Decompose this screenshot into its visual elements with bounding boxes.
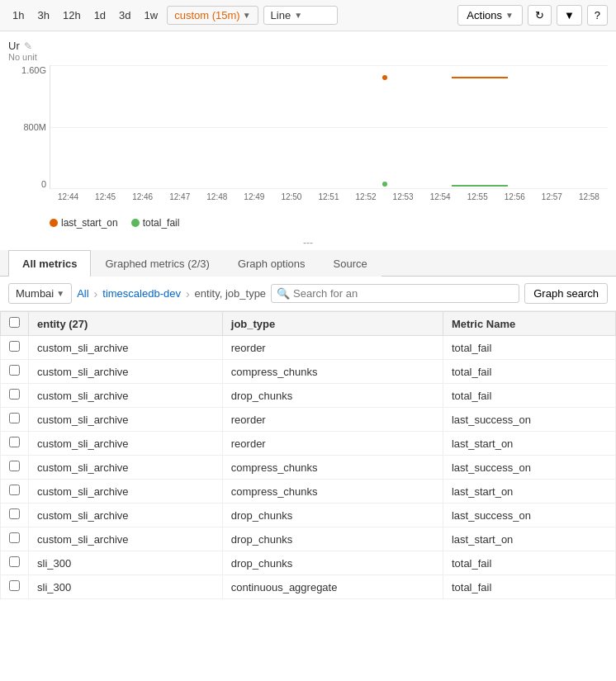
series-line-orange [452,77,508,78]
x-label-10: 12:54 [422,192,459,201]
x-label-6: 12:50 [272,192,310,201]
row-entity: sli_300 [29,551,223,575]
tab-all-metrics[interactable]: All metrics [8,250,91,277]
row-metric: total_fail [443,575,615,599]
select-all-checkbox[interactable] [9,317,20,328]
x-label-11: 12:55 [459,192,496,201]
search-icon: 🔍 [277,287,290,300]
x-label-8: 12:52 [348,192,385,201]
row-entity: custom_sli_archive [29,408,223,432]
row-metric: total_fail [443,384,615,408]
region-button[interactable]: Mumbai ▼ [8,283,72,304]
col-header-checkbox [1,312,29,336]
graph-title: Ur ✎ [8,40,608,52]
filter-tags-text: entity, job_type [195,287,266,300]
row-jobtype: compress_chunks [222,480,443,504]
row-checkbox[interactable] [9,341,20,352]
table-row: custom_sli_archive compress_chunks last_… [1,480,616,504]
legend-label-0: last_start_on [61,217,118,229]
help-button[interactable]: ? [587,5,608,26]
data-point-green [382,182,387,187]
row-jobtype: reorder [222,336,443,360]
graph-search-button[interactable]: Graph search [524,283,608,304]
time-12h-button[interactable]: 12h [59,7,85,24]
filter-path-link[interactable]: timescaledb-dev [102,287,181,300]
row-metric: total_fail [443,336,615,360]
time-1h-button[interactable]: 1h [8,7,28,24]
row-jobtype: drop_chunks [222,504,443,527]
row-checkbox[interactable] [9,461,20,471]
dropdown-button[interactable]: ▼ [557,5,582,26]
tab-graph-options[interactable]: Graph options [224,250,320,277]
line-type-select[interactable]: Line ▼ [263,6,338,25]
row-checkbox-cell [1,456,29,480]
row-metric: last_success_on [443,456,615,480]
metrics-table-wrap: entity (27) job_type Metric Name custom_… [0,311,616,599]
table-row: custom_sli_archive drop_chunks last_succ… [1,504,616,527]
col-header-entity: entity (27) [29,312,223,336]
row-checkbox[interactable] [9,508,20,519]
table-row: custom_sli_archive drop_chunks last_star… [1,527,616,551]
time-1w-button[interactable]: 1w [140,7,163,24]
row-checkbox[interactable] [9,389,20,400]
row-checkbox[interactable] [9,532,20,543]
tab-graphed-metrics[interactable]: Graphed metrics (2/3) [91,250,223,277]
row-checkbox[interactable] [9,365,20,376]
tab-source[interactable]: Source [320,250,381,277]
help-icon: ? [595,9,600,21]
refresh-icon: ↻ [535,9,544,21]
time-3h-button[interactable]: 3h [33,7,53,24]
row-entity: custom_sli_archive [29,336,223,360]
y-label-mid: 800M [23,122,46,132]
row-checkbox[interactable] [9,556,20,567]
chart-area [50,65,608,189]
table-row: custom_sli_archive drop_chunks total_fai… [1,384,616,408]
search-input-wrap[interactable]: 🔍 [271,284,519,303]
time-1d-button[interactable]: 1d [90,7,110,24]
row-jobtype: drop_chunks [222,527,443,551]
row-jobtype: compress_chunks [222,456,443,480]
row-entity: custom_sli_archive [29,360,223,384]
filter-all-link[interactable]: All [77,287,88,300]
graph-area: Ur ✎ No unit 1.60G 800M 0 12:44 12:45 12… [0,31,616,235]
table-row: custom_sli_archive reorder total_fail [1,336,616,360]
row-entity: custom_sli_archive [29,384,223,408]
search-input[interactable] [293,287,514,300]
row-checkbox[interactable] [9,580,20,591]
time-custom-button[interactable]: custom (15m) ▼ [167,6,258,25]
row-checkbox-cell [1,575,29,599]
table-row: custom_sli_archive reorder last_success_… [1,408,616,432]
edit-icon[interactable]: ✎ [24,40,32,52]
time-3d-button[interactable]: 3d [115,7,135,24]
row-metric: last_success_on [443,408,615,432]
actions-button[interactable]: Actions ▼ [457,5,523,26]
graph-legend: last_start_on total_fail [8,214,608,235]
row-checkbox[interactable] [9,413,20,423]
x-label-14: 12:58 [571,192,608,201]
caret-icon: ▼ [294,11,302,20]
row-entity: custom_sli_archive [29,480,223,504]
table-row: custom_sli_archive reorder last_start_on [1,432,616,456]
row-entity: custom_sli_archive [29,432,223,456]
row-metric: total_fail [443,551,615,575]
filter-bar: Mumbai ▼ All › timescaledb-dev › entity,… [0,277,616,311]
row-checkbox-cell [1,527,29,551]
dropdown-icon: ▼ [564,9,575,21]
row-metric: last_start_on [443,527,615,551]
table-body: custom_sli_archive reorder total_fail cu… [1,336,616,599]
row-entity: sli_300 [29,575,223,599]
x-label-5: 12:49 [235,192,272,201]
row-checkbox-cell [1,336,29,360]
table-row: custom_sli_archive compress_chunks last_… [1,456,616,480]
row-checkbox[interactable] [9,485,20,495]
row-checkbox-cell [1,551,29,575]
toolbar: 1h 3h 12h 1d 3d 1w custom (15m) ▼ Line ▼… [0,0,616,31]
region-caret-icon: ▼ [56,289,64,298]
refresh-button[interactable]: ↻ [528,5,552,26]
row-checkbox[interactable] [9,437,20,447]
y-label-bottom: 0 [41,179,46,189]
row-checkbox-cell [1,504,29,527]
legend-item-0: last_start_on [50,217,118,229]
col-header-jobtype: job_type [222,312,443,336]
series-line-green [452,185,508,187]
